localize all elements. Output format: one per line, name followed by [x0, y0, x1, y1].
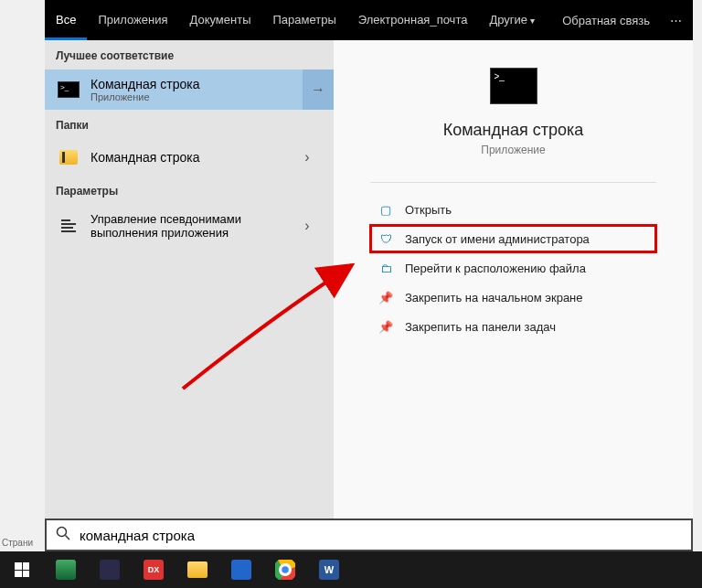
- feedback-link[interactable]: Обратная связь: [553, 14, 659, 27]
- app-type-label: Приложение: [481, 144, 545, 156]
- action-label: Закрепить на панели задач: [405, 320, 556, 334]
- result-folder-cmd[interactable]: Командная строка ›: [45, 139, 334, 176]
- search-box[interactable]: [45, 519, 693, 551]
- action-label: Перейти к расположению файла: [405, 262, 586, 275]
- taskbar-app-1[interactable]: [48, 553, 84, 586]
- tab-all[interactable]: Все: [45, 0, 87, 40]
- folder-location-icon: 🗀: [376, 261, 396, 275]
- divider: [370, 182, 656, 183]
- taskbar-chrome[interactable]: [267, 553, 303, 586]
- tab-email[interactable]: Электронная_почта: [347, 0, 479, 40]
- app-large-icon: [490, 68, 537, 104]
- search-results-panel: Лучшее соответствие Командная строка При…: [45, 40, 693, 519]
- svg-point-0: [58, 528, 67, 537]
- chevron-right-icon[interactable]: ›: [292, 212, 323, 240]
- results-list: Лучшее соответствие Командная строка При…: [45, 40, 334, 519]
- tab-other[interactable]: Другие: [478, 0, 545, 40]
- tab-documents[interactable]: Документы: [178, 0, 261, 40]
- section-folders: Папки: [45, 110, 334, 139]
- chevron-right-icon[interactable]: ›: [292, 146, 323, 168]
- section-best-match: Лучшее соответствие: [45, 40, 334, 69]
- tab-apps[interactable]: Приложения: [87, 0, 178, 40]
- taskbar-app-3[interactable]: [223, 553, 260, 586]
- svg-line-1: [66, 536, 70, 540]
- taskbar-app-2[interactable]: [91, 553, 128, 586]
- result-alias-settings[interactable]: Управление псевдонимами выполнения прило…: [45, 205, 334, 247]
- result-command-prompt[interactable]: Командная строка Приложение →: [45, 69, 334, 110]
- action-pin-taskbar[interactable]: 📌 Закрепить на панели задач: [370, 313, 656, 340]
- taskbar-word[interactable]: W: [311, 553, 347, 586]
- search-input[interactable]: [80, 528, 682, 543]
- action-pin-start[interactable]: 📌 Закрепить на начальном экране: [370, 283, 656, 311]
- result-subtitle: Приложение: [90, 91, 323, 102]
- page-label: Страни: [2, 538, 33, 548]
- pin-start-icon: 📌: [376, 290, 396, 305]
- action-open[interactable]: ▢ Открыть: [370, 196, 656, 223]
- action-run-as-admin[interactable]: 🛡 Запуск от имени администратора: [370, 225, 656, 252]
- action-label: Закрепить на начальном экране: [405, 291, 583, 305]
- open-icon: ▢: [376, 202, 396, 217]
- actions-list: ▢ Открыть 🛡 Запуск от имени администрато…: [370, 196, 656, 340]
- result-title: Управление псевдонимами выполнения прило…: [90, 212, 292, 240]
- taskbar: DX W: [0, 551, 702, 588]
- result-detail-pane: Командная строка Приложение ▢ Открыть 🛡 …: [334, 40, 693, 519]
- admin-shield-icon: 🛡: [376, 231, 396, 246]
- expand-chevron-icon[interactable]: →: [303, 69, 334, 110]
- result-title: Командная строка: [90, 77, 323, 91]
- app-title: Командная строка: [443, 121, 584, 140]
- result-title: Командная строка: [90, 150, 292, 165]
- action-label: Запуск от имени администратора: [405, 232, 590, 246]
- start-button[interactable]: [4, 553, 40, 586]
- section-parameters: Параметры: [45, 176, 334, 205]
- search-icon: [56, 526, 70, 544]
- tab-parameters[interactable]: Параметры: [261, 0, 346, 40]
- more-menu[interactable]: ⋯: [659, 14, 693, 27]
- cmd-icon: [56, 79, 81, 101]
- action-open-location[interactable]: 🗀 Перейти к расположению файла: [370, 254, 656, 282]
- settings-icon: [56, 215, 81, 237]
- folder-icon: [56, 146, 81, 168]
- taskbar-explorer[interactable]: [179, 553, 216, 586]
- search-tabs-bar: Все Приложения Документы Параметры Элект…: [45, 0, 693, 40]
- action-label: Открыть: [405, 203, 452, 217]
- taskbar-app-dx[interactable]: DX: [135, 553, 172, 586]
- pin-taskbar-icon: 📌: [376, 319, 396, 334]
